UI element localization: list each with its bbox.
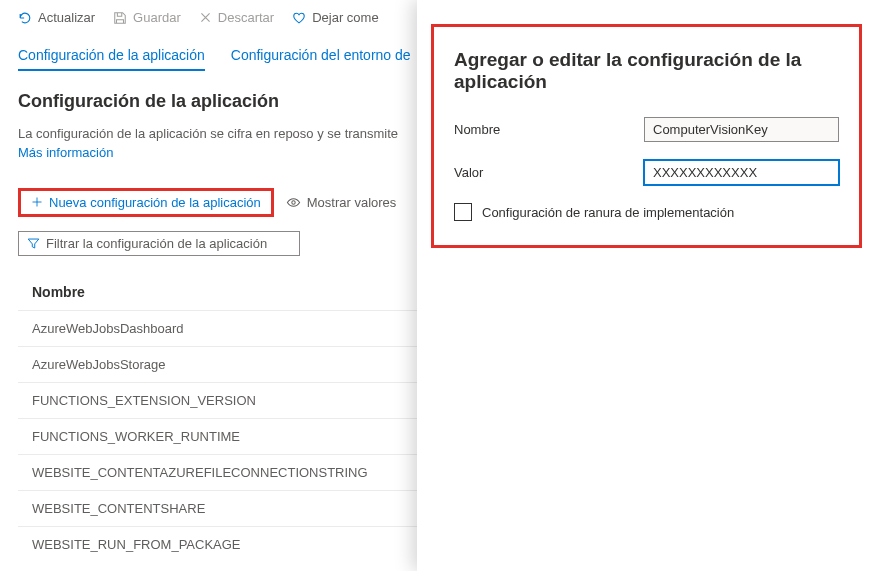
- more-info-link[interactable]: Más información: [18, 145, 113, 160]
- save-icon: [113, 11, 127, 25]
- save-button[interactable]: Guardar: [113, 10, 181, 25]
- filter-input[interactable]: Filtrar la configuración de la aplicació…: [18, 231, 300, 256]
- show-values-button[interactable]: Mostrar valores: [286, 195, 397, 210]
- value-input[interactable]: [644, 160, 839, 185]
- refresh-icon: [18, 11, 32, 25]
- discard-icon: [199, 11, 212, 24]
- tab-runtime-env[interactable]: Configuración del entorno de: [231, 47, 411, 71]
- new-app-setting-button[interactable]: Nueva configuración de la aplicación: [18, 188, 274, 217]
- new-app-setting-label: Nueva configuración de la aplicación: [49, 195, 261, 210]
- slot-setting-label: Configuración de ranura de implementació…: [482, 205, 734, 220]
- refresh-label: Actualizar: [38, 10, 95, 25]
- edit-setting-panel-inner: Agregar o editar la configuración de la …: [431, 24, 862, 248]
- eye-icon: [286, 195, 301, 210]
- save-label: Guardar: [133, 10, 181, 25]
- edit-setting-panel: Agregar o editar la configuración de la …: [417, 0, 872, 571]
- value-label: Valor: [454, 165, 644, 180]
- filter-icon: [27, 237, 40, 250]
- checkbox-icon[interactable]: [454, 203, 472, 221]
- discard-button[interactable]: Descartar: [199, 10, 274, 25]
- filter-placeholder: Filtrar la configuración de la aplicació…: [46, 236, 267, 251]
- name-input[interactable]: [644, 117, 839, 142]
- heart-icon: [292, 11, 306, 25]
- discard-label: Descartar: [218, 10, 274, 25]
- form-row-name: Nombre: [454, 117, 839, 142]
- show-values-label: Mostrar valores: [307, 195, 397, 210]
- form-row-value: Valor: [454, 160, 839, 185]
- panel-title: Agregar o editar la configuración de la …: [454, 49, 839, 93]
- name-label: Nombre: [454, 122, 644, 137]
- tab-app-config[interactable]: Configuración de la aplicación: [18, 47, 205, 71]
- refresh-button[interactable]: Actualizar: [18, 10, 95, 25]
- slot-setting-row[interactable]: Configuración de ranura de implementació…: [454, 203, 839, 221]
- svg-point-0: [292, 201, 295, 204]
- plus-icon: [31, 196, 43, 208]
- leave-feedback-button[interactable]: Dejar come: [292, 10, 378, 25]
- leave-feedback-label: Dejar come: [312, 10, 378, 25]
